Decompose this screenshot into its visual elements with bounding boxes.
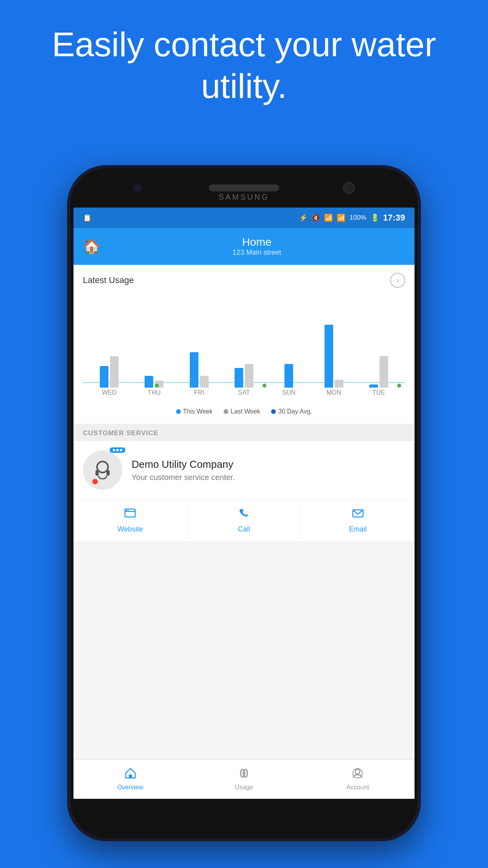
- customer-service-card[interactable]: Demo Utility Company Your customer servi…: [73, 441, 415, 499]
- bar-group-tue: [356, 301, 401, 388]
- day-label-sat: SAT: [222, 389, 266, 396]
- overview-nav-label: Overview: [117, 784, 143, 791]
- account-nav-label: Account: [346, 784, 369, 791]
- bluetooth-icon: ⚡: [299, 213, 308, 222]
- bar-wed-lastweek: [110, 356, 119, 388]
- svg-rect-1: [95, 470, 99, 476]
- cs-avatar: [83, 451, 122, 490]
- bar-sat-lastweek: [245, 364, 253, 388]
- app-header: 🏠 Home 123 Main street: [73, 228, 415, 265]
- bar-thu-thisweek: [145, 376, 153, 388]
- legend-this-week: This Week: [176, 408, 213, 415]
- legend-last-week: Last Week: [224, 408, 260, 415]
- phone-camera: [343, 182, 355, 194]
- header-subtitle: 123 Main street: [108, 248, 405, 257]
- status-bar: 📋 ⚡ 🔇 📶 📶 100% 🔋 17:39: [73, 208, 415, 228]
- home-icon: 🏠: [83, 238, 101, 255]
- bar-group-sun: [266, 301, 311, 388]
- bubble-dot-3: [120, 449, 122, 451]
- battery-label: 100%: [349, 214, 366, 222]
- svg-rect-9: [129, 774, 132, 778]
- chart-legend: This Week Last Week 30 Day Avg.: [83, 408, 405, 417]
- bubble-dot-2: [116, 449, 119, 451]
- nav-item-account[interactable]: Account: [301, 760, 415, 799]
- phone-speaker: [209, 184, 279, 191]
- bar-mon-thisweek: [325, 325, 333, 388]
- chart-bars: [87, 293, 401, 388]
- action-buttons-row: Website Call: [73, 499, 415, 542]
- cs-info-block: Demo Utility Company Your customer servi…: [132, 458, 405, 482]
- nav-item-overview[interactable]: Overview: [73, 760, 187, 799]
- header-title: Home: [108, 236, 405, 248]
- day-labels: WED THU FRI SAT SUN MON TUE: [87, 389, 401, 396]
- website-button[interactable]: Website: [73, 500, 187, 541]
- bubble-dot-1: [113, 449, 115, 451]
- status-time: 17:39: [383, 213, 405, 223]
- wifi-icon: 📶: [324, 213, 333, 222]
- call-label: Call: [238, 525, 250, 533]
- website-icon: [124, 508, 136, 522]
- svg-point-14: [355, 769, 360, 774]
- nav-item-usage[interactable]: Usage: [187, 760, 301, 799]
- phone-top-hardware: SAMSUNG: [70, 168, 418, 208]
- signal-icon: 📶: [337, 213, 345, 222]
- bar-group-wed: [87, 301, 132, 388]
- cs-company-name: Demo Utility Company: [132, 458, 405, 471]
- legend-label-lastweek: Last Week: [231, 408, 260, 415]
- email-button[interactable]: Email: [301, 500, 415, 541]
- bar-fri-thisweek: [190, 352, 198, 388]
- legend-30day-avg: 30 Day Avg.: [271, 408, 312, 415]
- usage-nav-label: Usage: [235, 784, 253, 791]
- speech-bubble: [110, 447, 125, 453]
- svg-point-13: [244, 769, 248, 777]
- usage-card-title: Latest Usage: [83, 275, 134, 285]
- notification-dot: [92, 479, 98, 484]
- svg-point-6: [128, 510, 129, 511]
- bar-tue-lastweek: [380, 356, 388, 388]
- cs-description: Your customer service center.: [132, 473, 405, 482]
- legend-label-thisweek: This Week: [183, 408, 213, 415]
- svg-point-5: [126, 510, 127, 511]
- phone-device: SAMSUNG 📋 ⚡ 🔇 📶 📶 100% 🔋 17:39: [67, 165, 421, 841]
- hero-headline: Easily contact your water utility.: [0, 24, 488, 107]
- bar-group-fri: [177, 301, 222, 388]
- account-icon: [352, 768, 363, 782]
- day-label-tue: TUE: [356, 389, 401, 396]
- day-label-mon: MON: [311, 389, 356, 396]
- bar-group-mon: [311, 301, 356, 388]
- call-icon: [238, 508, 250, 522]
- bar-wed-thisweek: [100, 366, 108, 388]
- usage-chart: WED THU FRI SAT SUN MON TUE: [83, 293, 405, 403]
- day-label-wed: WED: [87, 389, 132, 396]
- bar-sat-thisweek: [235, 368, 243, 388]
- mute-icon: 🔇: [312, 213, 320, 222]
- bar-thu-lastweek: [155, 381, 163, 388]
- bar-mon-lastweek: [335, 380, 343, 388]
- email-icon: [352, 508, 364, 522]
- overview-icon: [125, 768, 136, 782]
- legend-label-avg: 30 Day Avg.: [278, 408, 312, 415]
- svg-point-15: [353, 769, 362, 778]
- usage-detail-button[interactable]: ›: [390, 273, 405, 288]
- samsung-brand-label: SAMSUNG: [218, 193, 269, 202]
- day-label-fri: FRI: [177, 389, 222, 396]
- legend-dot-lastweek: [224, 409, 228, 414]
- legend-dot-thisweek: [176, 409, 181, 414]
- battery-icon: 🔋: [371, 213, 379, 222]
- usage-card: Latest Usage ›: [73, 265, 415, 424]
- phone-sensor: [133, 184, 142, 193]
- customer-service-section-header: CUSTOMER SERVICE: [73, 424, 415, 441]
- bar-tue-thisweek: [369, 384, 378, 388]
- day-label-thu: THU: [132, 389, 176, 396]
- section-label-cs: CUSTOMER SERVICE: [83, 429, 158, 437]
- bar-fri-lastweek: [200, 376, 209, 388]
- call-button[interactable]: Call: [187, 500, 301, 541]
- usage-icon: [238, 768, 250, 782]
- app-notification-icon: 📋: [83, 213, 92, 222]
- headset-icon: [91, 458, 114, 482]
- bar-sun-thisweek: [284, 364, 293, 388]
- legend-dot-avg: [271, 409, 276, 414]
- day-label-sun: SUN: [266, 389, 311, 396]
- bar-group-thu: [132, 301, 176, 388]
- bar-group-sat: [222, 301, 266, 388]
